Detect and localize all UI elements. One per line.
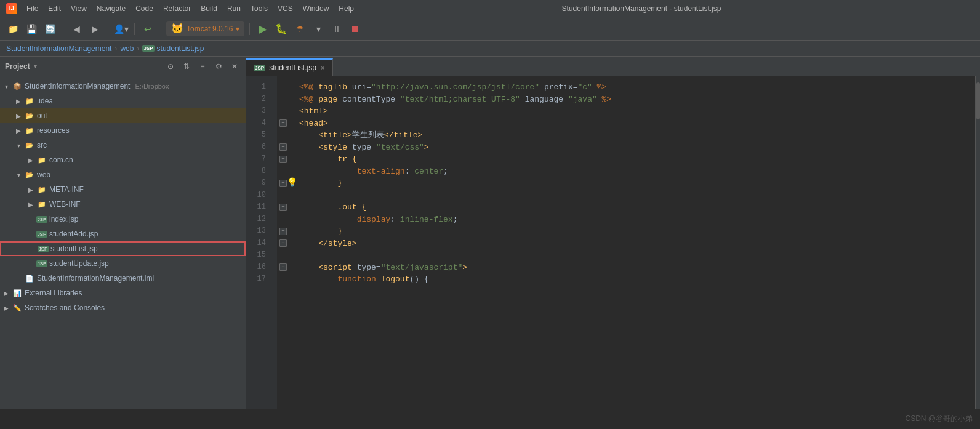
- tab-student-list[interactable]: JSP studentList.jsp ✕: [246, 58, 333, 76]
- fold-box-13[interactable]: −: [279, 228, 287, 235]
- fold-box-4[interactable]: −: [279, 119, 287, 127]
- menu-vcs[interactable]: VCS: [273, 3, 297, 14]
- fold-13[interactable]: −: [277, 225, 289, 238]
- menu-build[interactable]: Build: [196, 3, 222, 14]
- code-content[interactable]: <%@ taglib uri="http://java.sun.com/jsp/…: [289, 76, 975, 409]
- tree-item-scratches[interactable]: ▶ ✏️ Scratches and Consoles: [0, 300, 246, 315]
- fold-16[interactable]: −: [277, 262, 289, 274]
- pause-button[interactable]: ⏸: [329, 21, 345, 37]
- sidebar-expand-icon[interactable]: ⇅: [180, 60, 193, 73]
- tree-root-suffix: E:\Dropbox: [135, 82, 169, 90]
- fold-box-16[interactable]: −: [279, 263, 287, 271]
- token: () {: [409, 273, 428, 286]
- tree-item-index-jsp[interactable]: ▶ JSP index.jsp: [0, 212, 246, 227]
- menu-help[interactable]: Help: [334, 3, 358, 14]
- menu-refactor[interactable]: Refactor: [159, 3, 195, 14]
- menu-code[interactable]: Code: [131, 3, 158, 14]
- file-icon-student-add: JSP: [37, 229, 47, 239]
- breadcrumb-file[interactable]: studentList.jsp: [157, 44, 204, 53]
- menu-view[interactable]: View: [66, 3, 91, 14]
- sync-button[interactable]: 🔄: [42, 21, 58, 37]
- tree-item-student-add[interactable]: ▶ JSP studentAdd.jsp: [0, 227, 246, 241]
- revert-button[interactable]: ↩: [140, 21, 156, 37]
- tree-item-resources[interactable]: ▶ 📁 resources: [0, 123, 246, 138]
- forward-button[interactable]: ▶: [87, 21, 103, 37]
- token: [299, 273, 337, 286]
- menu-edit[interactable]: Edit: [44, 3, 65, 14]
- token: text-align: [357, 166, 405, 178]
- fold-box-6[interactable]: −: [279, 143, 287, 151]
- scrollbar-thumb[interactable]: [976, 82, 980, 119]
- bulb-icon[interactable]: 💡: [289, 177, 297, 190]
- tree-arrow-web-inf: ▶: [27, 201, 34, 208]
- new-button[interactable]: 📁: [5, 21, 21, 37]
- vertical-scrollbar[interactable]: [975, 76, 980, 409]
- sep4: [161, 23, 161, 35]
- tomcat-selector[interactable]: 🐱 Tomcat 9.0.16 ▾: [166, 21, 244, 36]
- fold-9[interactable]: −: [277, 177, 289, 190]
- fold-box-14[interactable]: −: [279, 239, 287, 247]
- menu-window[interactable]: Window: [299, 3, 334, 14]
- sidebar-settings-icon[interactable]: ⚙: [212, 60, 225, 73]
- token: contentType=: [337, 94, 400, 106]
- folder-icon-idea: 📁: [25, 96, 34, 106]
- tree-arrow-resources: ▶: [15, 127, 22, 134]
- folder-icon-src: 📂: [25, 140, 34, 150]
- code-line-7: tr {: [299, 153, 975, 166]
- breadcrumb-web[interactable]: web: [120, 44, 134, 53]
- tree-item-iml[interactable]: ▶ 📄 StudentInformationManagement.iml: [0, 271, 246, 286]
- tree-item-out[interactable]: ▶ 📂 out: [0, 108, 246, 123]
- debug-button[interactable]: 🐛: [273, 21, 289, 37]
- sep3: [134, 23, 135, 35]
- tab-close-button[interactable]: ✕: [320, 65, 325, 71]
- sidebar-header: Project ▾ ⊙ ⇅ ≡ ⚙ ✕: [0, 57, 246, 76]
- tree-arrow-comcn: ▶: [27, 157, 34, 164]
- menu-tools[interactable]: Tools: [246, 3, 272, 14]
- back-button[interactable]: ◀: [68, 21, 84, 37]
- folder-icon-meta-inf: 📁: [37, 185, 47, 194]
- profile-button[interactable]: 👤▾: [113, 21, 129, 37]
- ext-libs-icon: 📊: [12, 288, 22, 298]
- fold-6[interactable]: −: [277, 142, 289, 154]
- menu-run[interactable]: Run: [223, 3, 245, 14]
- fold-box-11[interactable]: −: [279, 204, 287, 211]
- code-line-9: 💡 }: [299, 177, 975, 190]
- coverage-button[interactable]: ☂: [292, 21, 308, 37]
- token: <script: [318, 262, 352, 274]
- fold-box-7[interactable]: −: [279, 156, 287, 163]
- menu-navigate[interactable]: Navigate: [92, 3, 130, 14]
- more-run-button[interactable]: ▾: [310, 21, 326, 37]
- tree-item-student-list[interactable]: ▶ JSP studentList.jsp: [0, 241, 246, 256]
- save-button[interactable]: 💾: [23, 21, 39, 37]
- tree-item-src[interactable]: ▾ 📂 src: [0, 138, 246, 153]
- fold-11[interactable]: −: [277, 201, 289, 214]
- menu-file[interactable]: File: [22, 3, 42, 14]
- fold-7[interactable]: −: [277, 153, 289, 166]
- sidebar-hide-icon[interactable]: ✕: [228, 60, 241, 73]
- tree-item-ext-libs[interactable]: ▶ 📊 External Libraries: [0, 286, 246, 300]
- window-title: StudentInformationManagement - studentLi…: [562, 4, 721, 13]
- tree-item-web[interactable]: ▾ 📂 web: [0, 167, 246, 182]
- code-editor: 1 2 3 4 5 6 7 8 9 10 11 12 13 14 15 16 1…: [246, 76, 980, 409]
- tree-item-idea[interactable]: ▶ 📁 .idea: [0, 94, 246, 108]
- token: [299, 201, 337, 214]
- token: logout: [381, 273, 410, 286]
- sidebar-locate-icon[interactable]: ⊙: [164, 60, 177, 73]
- tree-item-student-update[interactable]: ▶ JSP studentUpdate.jsp: [0, 256, 246, 271]
- stop-button[interactable]: ⏹: [347, 21, 363, 37]
- fold-4[interactable]: −: [277, 118, 289, 130]
- tree-item-meta-inf[interactable]: ▶ 📁 META-INF: [0, 182, 246, 197]
- token: "http://java.sun.com/jsp/jstl/core": [371, 81, 539, 94]
- file-icon-student-list: JSP: [38, 244, 48, 254]
- tab-bar: JSP studentList.jsp ✕: [246, 57, 980, 76]
- fold-14[interactable]: −: [277, 238, 289, 250]
- file-icon-iml: 📄: [25, 273, 34, 283]
- tomcat-dropdown-icon: ▾: [236, 25, 239, 33]
- fold-box-9[interactable]: −: [279, 180, 287, 187]
- tree-item-web-inf[interactable]: ▶ 📁 WEB-INF: [0, 197, 246, 212]
- run-button[interactable]: ▶: [255, 21, 271, 37]
- breadcrumb-project[interactable]: StudentInformationManagement: [6, 44, 111, 53]
- tree-item-root[interactable]: ▾ 📦 StudentInformationManagement E:\Drop…: [0, 79, 246, 94]
- tree-item-comcn[interactable]: ▶ 📁 com.cn: [0, 153, 246, 167]
- sidebar-collapse-icon[interactable]: ≡: [196, 60, 209, 73]
